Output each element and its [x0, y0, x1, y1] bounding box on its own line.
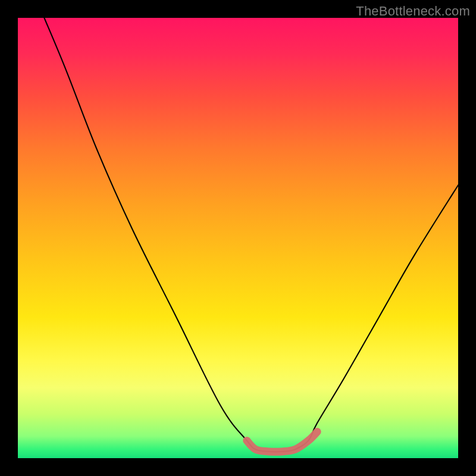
plot-area: [18, 18, 458, 458]
bottleneck-curve: [44, 18, 458, 452]
curve-svg: [18, 18, 458, 458]
watermark-text: TheBottleneck.com: [356, 4, 470, 19]
chart-frame: TheBottleneck.com: [0, 0, 476, 476]
bottom-highlight-segment: [247, 432, 317, 452]
